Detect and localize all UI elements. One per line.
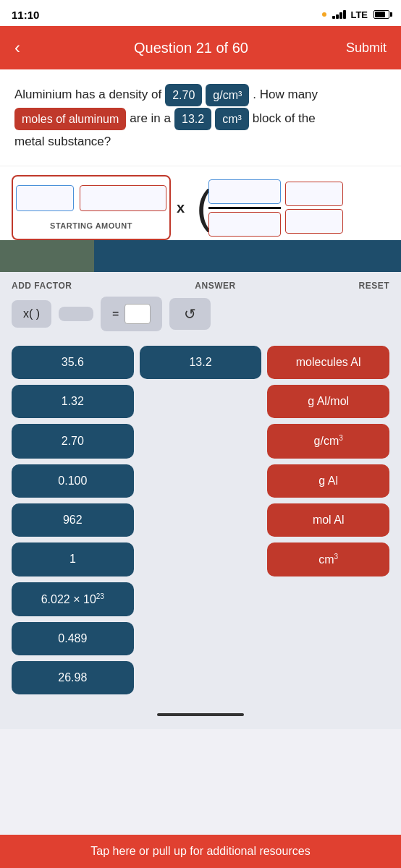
status-bar: 11:10 LTE (0, 0, 401, 26)
empty-cell (140, 424, 262, 458)
multiply-symbol: x (177, 200, 185, 216)
reset-button[interactable]: ↺ (169, 298, 211, 330)
unit-button[interactable]: g Al/mol (267, 385, 389, 418)
question-line-1: Aluminium has a density of 2.70 g/cm³ . … (14, 84, 387, 106)
answer-label: ANSWER (195, 281, 235, 291)
fraction-extra-top[interactable] (285, 182, 343, 206)
empty-cell (140, 385, 262, 418)
bottom-bar[interactable]: Tap here or pull up for additional resou… (0, 835, 401, 868)
denominator-input[interactable] (208, 212, 281, 237)
battery-icon (373, 10, 389, 19)
empty-cell (140, 503, 262, 537)
question-line-3: metal substance? (14, 132, 387, 153)
empty-cell (140, 661, 262, 694)
fraction-container (208, 179, 281, 237)
number-button[interactable]: 962 (12, 503, 134, 537)
reset-label: RESET (358, 281, 389, 291)
empty-cell (267, 661, 389, 694)
add-factor-button[interactable]: x( ) (12, 300, 51, 328)
empty-cell (267, 582, 389, 616)
question-line-2: moles of aluminum are in a 13.2 cm³ bloc… (14, 108, 387, 130)
home-indicator (0, 706, 401, 729)
question-text-4: block of the (253, 109, 316, 129)
empty-cell (140, 464, 262, 498)
extra-factor-button[interactable] (59, 307, 93, 321)
lte-label: LTE (350, 9, 368, 20)
number-button[interactable]: 1.32 (12, 385, 134, 418)
number-button[interactable]: 13.2 (140, 346, 262, 379)
numerator-input[interactable] (208, 179, 281, 204)
back-button[interactable]: ‹ (14, 38, 36, 58)
formula-row: STARTING AMOUNT x ( (12, 175, 389, 240)
starting-amount-value-input[interactable] (16, 185, 74, 211)
signal-icon (332, 10, 346, 19)
starting-amount-label: STARTING AMOUNT (50, 221, 132, 230)
starting-amount-inputs (16, 185, 166, 211)
fraction-line (208, 207, 281, 209)
fraction-extra-bottom[interactable] (285, 209, 343, 234)
wifi-dot-icon (322, 12, 326, 17)
question-text-1: Aluminium has a density of (14, 85, 161, 106)
starting-amount-unit-input[interactable] (80, 185, 166, 211)
moles-phrase-badge: moles of aluminum (14, 108, 126, 130)
header: ‹ Question 21 of 60 Submit (0, 26, 401, 69)
home-bar (157, 713, 244, 716)
density-value-badge: 2.70 (165, 84, 202, 106)
add-factor-label: ADD FACTOR (12, 281, 72, 291)
number-button[interactable]: 0.489 (12, 622, 134, 655)
question-area: Aluminium has a density of 2.70 g/cm³ . … (0, 69, 401, 166)
unit-button[interactable]: molecules Al (267, 346, 389, 379)
separator-band (0, 240, 401, 272)
controls-header: ADD FACTOR ANSWER RESET (12, 281, 389, 291)
formula-area: STARTING AMOUNT x ( (0, 166, 401, 240)
volume-unit-badge: cm³ (215, 108, 249, 130)
unit-button[interactable]: mol Al (267, 503, 389, 537)
unit-button[interactable]: cm3 (267, 542, 389, 576)
question-text-2: . How many (253, 85, 318, 106)
controls-row: x( ) = ↺ (12, 297, 389, 331)
empty-cell (267, 622, 389, 655)
unit-button[interactable]: g/cm3 (267, 424, 389, 458)
number-button[interactable]: 35.6 (12, 346, 134, 379)
unit-button[interactable]: g Al (267, 464, 389, 498)
bracket-fraction-area: ( (196, 179, 389, 237)
volume-value-badge: 13.2 (174, 108, 211, 130)
controls-area: ADD FACTOR ANSWER RESET x( ) = ↺ (0, 272, 401, 340)
empty-cell (140, 542, 262, 576)
separator-blue (94, 240, 401, 272)
numbers-grid: 35.613.2molecules Al1.32g Al/mol2.70g/cm… (12, 346, 389, 694)
empty-cell (140, 622, 262, 655)
answer-display: = (101, 297, 162, 331)
number-button[interactable]: 1 (12, 542, 134, 576)
status-time: 11:10 (12, 9, 39, 21)
number-button[interactable]: 2.70 (12, 424, 134, 458)
status-icons: LTE (322, 9, 389, 20)
answer-box (124, 304, 151, 324)
number-button[interactable]: 6.022 × 1023 (12, 582, 134, 616)
question-text-3: are in a (130, 109, 171, 129)
separator-dark (0, 240, 94, 272)
equals-sign: = (112, 307, 119, 320)
empty-cell (140, 582, 262, 616)
bottom-bar-text: Tap here or pull up for additional resou… (90, 845, 310, 857)
question-progress: Question 21 of 60 (134, 40, 248, 56)
density-unit-badge: g/cm³ (206, 84, 249, 106)
submit-button[interactable]: Submit (346, 41, 387, 56)
number-button[interactable]: 26.98 (12, 661, 134, 694)
number-button[interactable]: 0.100 (12, 464, 134, 498)
numbers-area: 35.613.2molecules Al1.32g Al/mol2.70g/cm… (0, 340, 401, 706)
starting-amount-box: STARTING AMOUNT (12, 175, 171, 240)
question-text-5: metal substance? (14, 132, 111, 153)
fraction-extra-boxes (285, 182, 343, 234)
